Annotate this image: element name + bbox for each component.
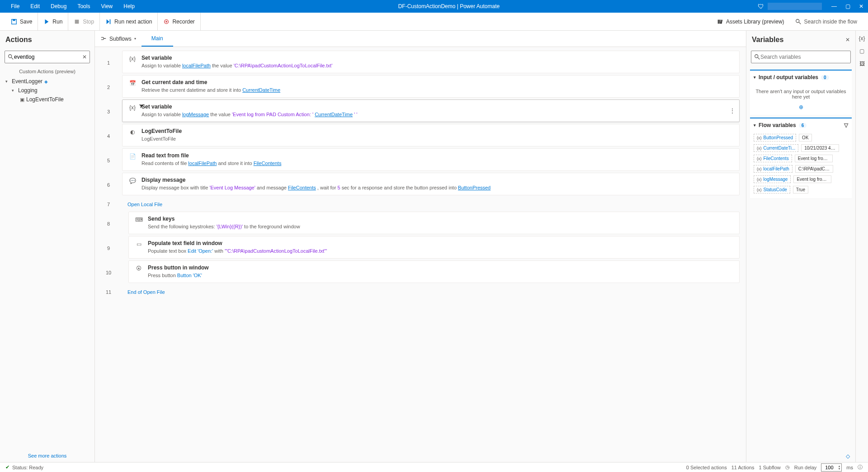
step-icon: ⌨ bbox=[134, 216, 143, 230]
info-icon[interactable]: ⓘ bbox=[858, 464, 863, 471]
see-more-link[interactable]: See more actions bbox=[28, 453, 67, 458]
account-area[interactable] bbox=[768, 3, 822, 10]
io-variables-section: ▾ Input / output variables 0 There aren'… bbox=[750, 70, 852, 115]
menu-file[interactable]: File bbox=[5, 3, 25, 9]
flow-search-placeholder: Search inside the flow bbox=[804, 19, 857, 25]
tab-main[interactable]: Main bbox=[142, 31, 173, 47]
step-card[interactable]: 💬 Display message Display message box wi… bbox=[122, 173, 740, 195]
subflows-dropdown[interactable]: Subflows ▾ bbox=[100, 36, 136, 42]
step-card[interactable]: {x} Set variable Assign to variable logM… bbox=[122, 99, 740, 122]
step-icon: {x} bbox=[128, 55, 137, 69]
step-link[interactable]: End of Open File bbox=[122, 285, 170, 299]
step-row: 1 {x} Set variable Assign to variable lo… bbox=[95, 51, 746, 75]
flow-editor: Subflows ▾ Main 1 {x} Set variable Assig… bbox=[95, 31, 746, 462]
assets-library-button[interactable]: Assets Library (preview) bbox=[712, 19, 790, 25]
step-card[interactable]: {x} Set variable Assign to variable loca… bbox=[122, 51, 740, 73]
status-bar: ✔ Status: Ready 0 Selected actions 11 Ac… bbox=[0, 462, 868, 472]
menu-view[interactable]: View bbox=[95, 3, 118, 9]
status-ok-icon: ✔ bbox=[5, 464, 9, 470]
recorder-button[interactable]: Recorder bbox=[158, 13, 200, 30]
step-card[interactable]: ▭ Populate text field in window Populate… bbox=[128, 236, 740, 259]
step-title: Read text from file bbox=[142, 152, 734, 159]
add-io-variable[interactable]: ⊕ bbox=[750, 102, 852, 115]
variable-row[interactable]: (x)localFilePath C:\RPA\padCusto... bbox=[754, 165, 848, 173]
flow-section-header[interactable]: ▾ Flow variables 6 ▽ bbox=[750, 118, 852, 132]
variables-search[interactable] bbox=[751, 51, 851, 63]
subflows-count: 1 Subflow bbox=[759, 465, 780, 470]
save-button[interactable]: Save bbox=[5, 13, 38, 30]
step-number: 8 bbox=[95, 212, 122, 236]
tree-eventlogger[interactable]: ▾ EventLogger ◈ bbox=[0, 77, 94, 86]
menu-help[interactable]: Help bbox=[118, 3, 140, 9]
variable-row[interactable]: (x)ButtonPressed OK bbox=[754, 134, 848, 142]
close-panel-icon[interactable]: ✕ bbox=[845, 37, 850, 43]
tree-logging[interactable]: ▾ Logging bbox=[0, 86, 94, 95]
variable-row[interactable]: (x)StatusCode True bbox=[754, 186, 848, 194]
variable-name: (x)StatusCode bbox=[754, 186, 790, 194]
variable-row[interactable]: (x)CurrentDateTi... 10/21/2023 4:58:53..… bbox=[754, 144, 848, 152]
maximize-button[interactable]: ▢ bbox=[841, 3, 854, 9]
close-button[interactable]: ✕ bbox=[854, 3, 868, 9]
rail-box-icon[interactable]: ▢ bbox=[859, 48, 864, 54]
rail-variables-icon[interactable]: {x} bbox=[859, 35, 865, 42]
subflows-icon bbox=[100, 36, 107, 42]
svg-marker-2 bbox=[45, 19, 49, 24]
actions-count: 11 Actions bbox=[731, 465, 755, 470]
variable-value: OK bbox=[799, 134, 811, 142]
step-icon: 💬 bbox=[128, 177, 137, 191]
run-button[interactable]: Run bbox=[38, 13, 68, 30]
recorder-label: Recorder bbox=[172, 19, 194, 25]
step-row: 6 💬 Display message Display message box … bbox=[95, 173, 746, 197]
step-card[interactable]: ◐ LogEventToFile LogEventToFile bbox=[122, 124, 740, 146]
spinner[interactable]: ▲▼ bbox=[837, 465, 841, 470]
library-icon bbox=[717, 19, 723, 25]
step-description: LogEventToFile bbox=[142, 135, 734, 142]
flow-search[interactable]: Search inside the flow bbox=[790, 19, 863, 25]
step-card[interactable]: ⦿ Press button in window Press button Bu… bbox=[128, 260, 740, 283]
step-card[interactable]: ⌨ Send keys Send the following keystroke… bbox=[128, 212, 740, 234]
window-title: DF-CustomActionDemo | Power Automate bbox=[140, 3, 758, 9]
step-description: Press button Button 'OK' bbox=[148, 272, 734, 279]
tree-logeventtofile[interactable]: ▣ LogEventToFile bbox=[0, 95, 94, 104]
svg-point-13 bbox=[9, 55, 12, 58]
actions-title: Actions bbox=[0, 31, 94, 49]
flow-section-label: Flow variables bbox=[759, 122, 796, 128]
step-number: 6 bbox=[95, 173, 122, 197]
step-number: 11 bbox=[95, 289, 122, 295]
run-delay-input[interactable]: ▲▼ bbox=[821, 463, 842, 472]
menu-tools[interactable]: Tools bbox=[72, 3, 95, 9]
variables-search-input[interactable] bbox=[760, 54, 848, 60]
clear-search-icon[interactable]: ✕ bbox=[82, 54, 87, 60]
title-bar: File Edit Debug Tools View Help DF-Custo… bbox=[0, 0, 868, 13]
step-row: 2 📅 Get current date and time Retrieve t… bbox=[95, 75, 746, 99]
run-delay-value[interactable] bbox=[821, 465, 837, 470]
run-next-button[interactable]: Run next action bbox=[100, 13, 158, 30]
pin-icon[interactable]: ◇ bbox=[746, 450, 855, 462]
io-section-header[interactable]: ▾ Input / output variables 0 bbox=[750, 71, 852, 84]
actions-search-input[interactable] bbox=[14, 54, 82, 60]
step-number: 2 bbox=[95, 75, 122, 99]
step-number: 5 bbox=[95, 148, 122, 173]
flow-variables-section: ▾ Flow variables 6 ▽ (x)ButtonPressed OK… bbox=[750, 118, 852, 198]
filter-icon[interactable]: ▽ bbox=[844, 122, 848, 128]
step-icon: 📄 bbox=[128, 152, 137, 167]
chevron-down-icon: ▾ bbox=[754, 75, 756, 80]
selected-count: 0 Selected actions bbox=[686, 465, 727, 470]
stop-button[interactable]: Stop bbox=[68, 13, 100, 30]
step-number: 7 bbox=[95, 202, 122, 207]
more-icon[interactable]: ⋮ bbox=[729, 107, 736, 114]
step-card[interactable]: 📄 Read text from file Read contents of f… bbox=[122, 148, 740, 171]
step-link[interactable]: Open Local File bbox=[122, 197, 168, 212]
variable-row[interactable]: (x)FileContents Event log from PAD... bbox=[754, 155, 848, 162]
actions-search[interactable]: ✕ bbox=[5, 51, 90, 63]
minimize-button[interactable]: — bbox=[827, 3, 841, 9]
actions-section-label: Custom Actions (preview) bbox=[0, 67, 94, 77]
variables-title: Variables bbox=[752, 36, 845, 44]
menu-debug[interactable]: Debug bbox=[45, 3, 72, 9]
variable-row[interactable]: (x)logMessage Event log from PAD... bbox=[754, 175, 848, 183]
step-card[interactable]: 📅 Get current date and time Retrieve the… bbox=[122, 75, 740, 98]
clock-icon: ◷ bbox=[785, 464, 790, 470]
menu-edit[interactable]: Edit bbox=[25, 3, 45, 9]
step-row: 8 ⌨ Send keys Send the following keystro… bbox=[95, 212, 746, 236]
rail-images-icon[interactable]: 🖼 bbox=[859, 61, 865, 67]
